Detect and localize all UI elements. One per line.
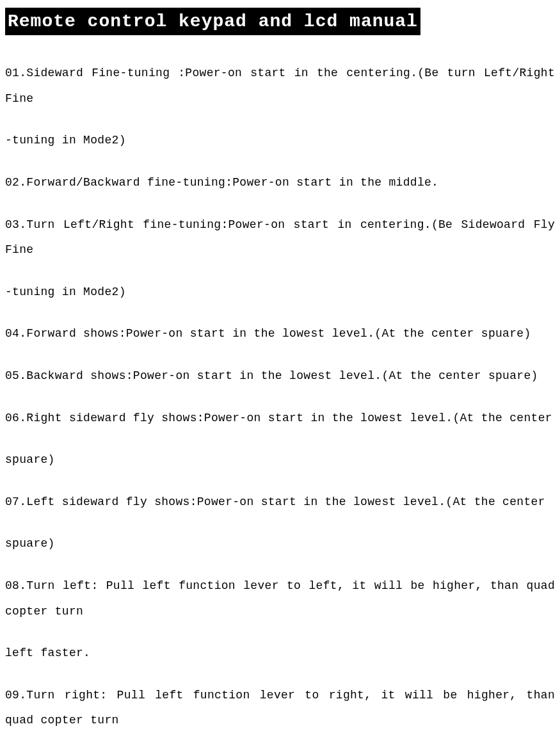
paragraph-09a: 09.Turn right: Pull left function lever …	[5, 683, 555, 731]
paragraph-02: 02.Forward/Backward fine-tuning:Power-on…	[5, 170, 555, 196]
paragraph-06b: spuare)	[5, 447, 555, 473]
paragraph-07a: 07.Left sideward fly shows:Power-on star…	[5, 490, 555, 515]
paragraph-03a: 03.Turn Left/Right fine-tuning:Power-on …	[5, 213, 555, 263]
paragraph-08b: left faster.	[5, 641, 555, 666]
paragraph-04: 04.Forward shows:Power-on start in the l…	[5, 321, 555, 347]
paragraph-01b: -tuning in Mode2)	[5, 128, 555, 154]
page-title: Remote control keypad and lcd manual	[5, 8, 420, 35]
paragraph-03b: -tuning in Mode2)	[5, 280, 555, 305]
paragraph-01a: 01.Sideward Fine-tuning :Power-on start …	[5, 61, 555, 111]
paragraph-07b: spuare)	[5, 531, 555, 557]
paragraph-08a: 08.Turn left: Pull left function lever t…	[5, 574, 555, 624]
paragraph-05: 05.Backward shows:Power-on start in the …	[5, 364, 555, 389]
document-body: 01.Sideward Fine-tuning :Power-on start …	[5, 61, 555, 731]
paragraph-06a: 06.Right sideward fly shows:Power-on sta…	[5, 406, 555, 431]
